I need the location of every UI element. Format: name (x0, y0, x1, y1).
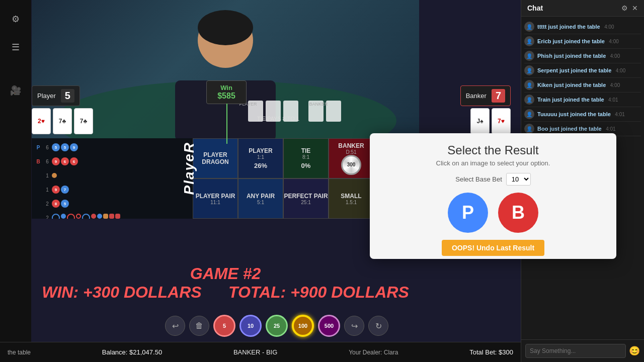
msg-content: Ericb just joined the table 4:00 (537, 36, 641, 45)
banker-panel: Banker 7 (460, 85, 511, 106)
msg-time: 4:01 (608, 97, 618, 103)
empty-count-3: 2 (43, 201, 52, 207)
small-odds: 1.5:1 (346, 200, 357, 205)
win-info: WIN: +300 DOLLARS TOTAL: +900 DOLLARS (32, 283, 419, 302)
total-text: TOTAL: +900 DOLLARS (228, 283, 409, 301)
camera-icon[interactable]: 🎥 (7, 81, 25, 100)
msg-content: Tuuuuu just joined the table 4:01 (537, 109, 641, 118)
forward-btn[interactable]: ↪ (344, 316, 364, 336)
empty-row-1-dots (52, 173, 57, 178)
player-zone[interactable]: PLAYER 1:1 26% (238, 138, 283, 178)
perfect-pair-odds: 25:1 (301, 200, 310, 205)
empty-count-4: 2 (43, 215, 52, 219)
delete-btn[interactable]: 🗑 (189, 316, 209, 336)
chat-input[interactable] (525, 344, 626, 358)
chat-message: 👤 Train just joined the table 4:01 (524, 93, 641, 107)
chip-25[interactable]: 25 (266, 315, 288, 337)
msg-time: 4:01 (606, 126, 615, 132)
base-bet-label: Select Base Bet (455, 175, 502, 183)
undo-btn[interactable]: ↩ (165, 316, 185, 336)
banker-zone-label: BANKER (338, 142, 364, 149)
base-bet-select[interactable]: 10 20 50 (506, 173, 531, 186)
avatar: 👤 (524, 95, 534, 105)
player-choice-btn[interactable]: P (448, 193, 488, 233)
chip-5[interactable]: 5 (213, 315, 235, 337)
chat-title: Chat (527, 4, 543, 12)
win-line (226, 104, 227, 144)
empty-row-4-dots (52, 214, 120, 219)
banker-cards: J♠ 7♥ (470, 108, 511, 134)
chat-message: 👤 Kiken just joined the table 4:00 (524, 78, 641, 93)
gear-icon[interactable]: ⚙ (7, 10, 25, 28)
msg-user: Ericb just joined the table (537, 38, 605, 44)
banker-score: 7 (492, 89, 505, 103)
win-label: Win (214, 84, 239, 92)
msg-time: 4:00 (610, 53, 620, 59)
svg-text:BANKER: BANKER (309, 102, 328, 107)
chat-close-icon[interactable]: ✕ (632, 4, 638, 12)
banker-choice-btn[interactable]: B (498, 193, 538, 233)
player-label: Player (37, 92, 56, 100)
any-pair-zone[interactable]: ANY PAIR 5:1 (238, 178, 283, 219)
msg-time: 4:00 (604, 24, 614, 30)
p-row-dots: 559 (52, 143, 78, 151)
player-dragon-label2: DRAGON (202, 158, 228, 165)
game-type-display: BANKER - BIG (233, 348, 277, 356)
undo-result-btn[interactable]: OOPS! Undo Last Result (442, 240, 544, 256)
player-card-3: 7♣ (74, 108, 93, 134)
emoji-btn[interactable]: 😊 (629, 345, 640, 356)
msg-user: Kiken just joined the table (537, 82, 606, 88)
msg-content: Kiken just joined the table 4:00 (537, 80, 641, 89)
modal-title: Select the Result (447, 143, 538, 157)
perfect-pair-label: PERFECT PAIR (284, 193, 328, 200)
chat-settings-icon[interactable]: ⚙ (621, 4, 628, 12)
player-zone-label: PLAYER (249, 147, 273, 154)
b-row-count: 6 (43, 159, 52, 164)
game-number: GAME #2 (32, 264, 419, 283)
msg-user: Tuuuuu just joined the table (537, 111, 611, 117)
player-dragon-zone[interactable]: PLAYER DRAGON (193, 138, 238, 178)
banker-zone[interactable]: BANKER D:51 300 (329, 138, 374, 178)
p-row-count: 6 (43, 145, 52, 150)
chip-500[interactable]: 500 (318, 315, 340, 337)
banker-card-1: J♠ (470, 108, 490, 134)
player-card-1: 2♥ (32, 108, 51, 134)
msg-time: 4:00 (609, 39, 618, 44)
avatar: 👤 (524, 109, 534, 119)
total-bet-display: Total Bet: $300 (469, 348, 513, 356)
chip-10[interactable]: 10 (239, 315, 262, 337)
menu-icon[interactable]: ☰ (7, 38, 25, 56)
player-card-2: 7♣ (53, 108, 72, 134)
banker-zone-odds: D:51 (346, 149, 356, 155)
refresh-btn[interactable]: ↻ (368, 316, 388, 336)
bottom-bar: the table Balance: $21,047.50 BANKER - B… (0, 342, 521, 362)
msg-user: Train just joined the table (537, 97, 604, 103)
chat-input-area: 😊 (521, 339, 644, 362)
msg-time: 4:00 (610, 82, 620, 88)
banker-label: Banker (466, 92, 487, 100)
svg-point-3 (198, 10, 253, 45)
tie-zone-odds: 8:1 (302, 154, 309, 160)
msg-user: Serpent just joined the table (537, 67, 611, 73)
avatar: 👤 (524, 51, 534, 61)
small-zone[interactable]: SMALL 1.5:1 (329, 178, 374, 219)
modal-subtitle: Click on an image to select your option. (436, 159, 550, 167)
b-row-label: B (34, 159, 43, 164)
chat-message: 👤 Ericb just joined the table 4:00 (524, 34, 641, 49)
msg-user: Phish just joined the table (537, 53, 606, 59)
chip-100[interactable]: 100 (292, 315, 314, 337)
player-dragon-label: PLAYER (203, 151, 227, 158)
chat-message: 👤 ttttt just joined the table 4:00 (524, 20, 641, 34)
empty-count-1: 1 (43, 173, 52, 178)
b-row-dots: 966 (52, 157, 78, 165)
msg-content: Serpent just joined the table 4:00 (537, 65, 641, 74)
chat-header: Chat ⚙ ✕ (521, 0, 644, 17)
win-text: WIN: +300 DOLLARS (42, 283, 201, 301)
player-zone-pct: 26% (254, 162, 267, 169)
chips-row: ↩ 🗑 5 10 25 100 500 ↪ ↻ (151, 315, 403, 337)
chat-message: 👤 Tuuuuu just joined the table 4:01 (524, 107, 641, 122)
perfect-pair-zone[interactable]: PERFECT PAIR 25:1 (283, 178, 329, 219)
player-pair-zone[interactable]: PLAYER PAIR 11:1 (193, 178, 238, 219)
small-label: SMALL (341, 193, 361, 200)
tie-zone[interactable]: TIE 8:1 0% (283, 138, 329, 178)
